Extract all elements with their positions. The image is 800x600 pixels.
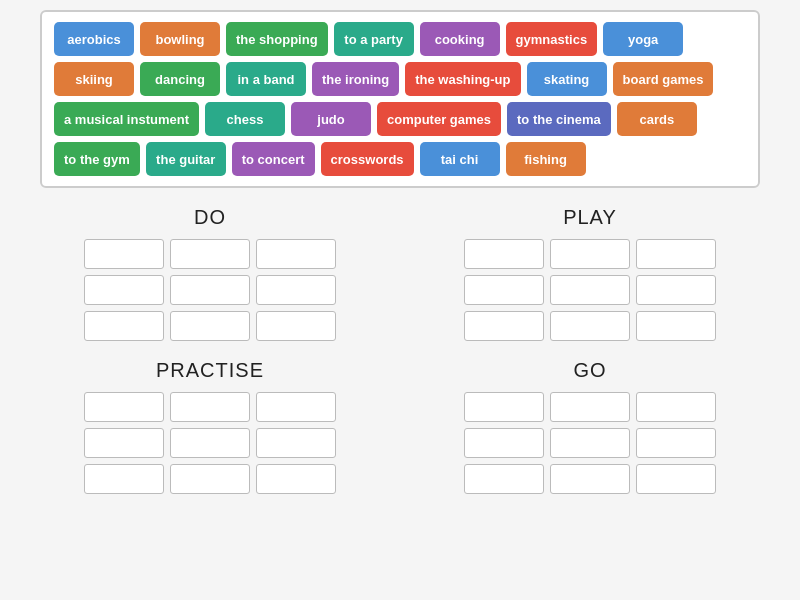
word-chip-to-the-cinema[interactable]: to the cinema bbox=[507, 102, 611, 136]
word-chip-board-games[interactable]: board games bbox=[613, 62, 714, 96]
drop-grid-practise bbox=[84, 392, 336, 494]
drop-cell-play-7[interactable] bbox=[550, 311, 630, 341]
drop-cell-go-1[interactable] bbox=[550, 392, 630, 422]
categories-grid: DOPLAYPRACTISEGO bbox=[40, 206, 760, 494]
word-chip-skiing[interactable]: skiing bbox=[54, 62, 134, 96]
drop-cell-play-8[interactable] bbox=[636, 311, 716, 341]
drop-cell-go-2[interactable] bbox=[636, 392, 716, 422]
category-title-play: PLAY bbox=[563, 206, 617, 229]
word-chip-aerobics[interactable]: aerobics bbox=[54, 22, 134, 56]
drop-cell-practise-2[interactable] bbox=[256, 392, 336, 422]
word-chip-fishing[interactable]: fishing bbox=[506, 142, 586, 176]
category-title-practise: PRACTISE bbox=[156, 359, 264, 382]
word-chip-the-ironing[interactable]: the ironing bbox=[312, 62, 399, 96]
drop-cell-practise-5[interactable] bbox=[256, 428, 336, 458]
drop-cell-play-3[interactable] bbox=[464, 275, 544, 305]
drop-cell-play-1[interactable] bbox=[550, 239, 630, 269]
drop-cell-do-6[interactable] bbox=[84, 311, 164, 341]
word-chip-bowling[interactable]: bowling bbox=[140, 22, 220, 56]
category-title-go: GO bbox=[573, 359, 606, 382]
word-bank: aerobicsbowlingthe shoppingto a partycoo… bbox=[40, 10, 760, 188]
word-chip-the-shopping[interactable]: the shopping bbox=[226, 22, 328, 56]
drop-cell-do-4[interactable] bbox=[170, 275, 250, 305]
drop-cell-practise-8[interactable] bbox=[256, 464, 336, 494]
word-chip-judo[interactable]: judo bbox=[291, 102, 371, 136]
word-chip-crosswords[interactable]: crosswords bbox=[321, 142, 414, 176]
drop-cell-go-6[interactable] bbox=[464, 464, 544, 494]
drop-cell-go-4[interactable] bbox=[550, 428, 630, 458]
drop-cell-play-2[interactable] bbox=[636, 239, 716, 269]
drop-cell-play-0[interactable] bbox=[464, 239, 544, 269]
word-chip-cards[interactable]: cards bbox=[617, 102, 697, 136]
drop-cell-practise-4[interactable] bbox=[170, 428, 250, 458]
word-chip-skating[interactable]: skating bbox=[527, 62, 607, 96]
drop-cell-practise-7[interactable] bbox=[170, 464, 250, 494]
drop-cell-play-6[interactable] bbox=[464, 311, 544, 341]
category-do: DO bbox=[40, 206, 380, 341]
word-chip-tai-chi[interactable]: tai chi bbox=[420, 142, 500, 176]
drop-cell-go-0[interactable] bbox=[464, 392, 544, 422]
drop-cell-play-5[interactable] bbox=[636, 275, 716, 305]
word-chip-a-musical-instrument[interactable]: a musical instument bbox=[54, 102, 199, 136]
category-go: GO bbox=[420, 359, 760, 494]
word-chip-to-a-party[interactable]: to a party bbox=[334, 22, 414, 56]
word-chip-cooking[interactable]: cooking bbox=[420, 22, 500, 56]
word-chip-to-the-gym[interactable]: to the gym bbox=[54, 142, 140, 176]
word-chip-in-a-band[interactable]: in a band bbox=[226, 62, 306, 96]
drop-cell-do-8[interactable] bbox=[256, 311, 336, 341]
category-play: PLAY bbox=[420, 206, 760, 341]
drop-cell-go-7[interactable] bbox=[550, 464, 630, 494]
drop-cell-practise-3[interactable] bbox=[84, 428, 164, 458]
drop-cell-go-3[interactable] bbox=[464, 428, 544, 458]
drop-grid-do bbox=[84, 239, 336, 341]
word-chip-the-guitar[interactable]: the guitar bbox=[146, 142, 226, 176]
drop-cell-practise-6[interactable] bbox=[84, 464, 164, 494]
word-chip-dancing[interactable]: dancing bbox=[140, 62, 220, 96]
drop-cell-do-2[interactable] bbox=[256, 239, 336, 269]
drop-cell-go-8[interactable] bbox=[636, 464, 716, 494]
drop-cell-play-4[interactable] bbox=[550, 275, 630, 305]
drop-cell-practise-1[interactable] bbox=[170, 392, 250, 422]
word-chip-chess[interactable]: chess bbox=[205, 102, 285, 136]
word-chip-computer-games[interactable]: computer games bbox=[377, 102, 501, 136]
category-title-do: DO bbox=[194, 206, 226, 229]
drop-grid-go bbox=[464, 392, 716, 494]
drop-cell-do-0[interactable] bbox=[84, 239, 164, 269]
drop-cell-do-5[interactable] bbox=[256, 275, 336, 305]
drop-cell-do-1[interactable] bbox=[170, 239, 250, 269]
drop-cell-do-3[interactable] bbox=[84, 275, 164, 305]
drop-grid-play bbox=[464, 239, 716, 341]
drop-cell-go-5[interactable] bbox=[636, 428, 716, 458]
word-chip-to-concert[interactable]: to concert bbox=[232, 142, 315, 176]
word-chip-yoga[interactable]: yoga bbox=[603, 22, 683, 56]
word-chip-the-washing-up[interactable]: the washing-up bbox=[405, 62, 520, 96]
drop-cell-do-7[interactable] bbox=[170, 311, 250, 341]
word-chip-gymnastics[interactable]: gymnastics bbox=[506, 22, 598, 56]
category-practise: PRACTISE bbox=[40, 359, 380, 494]
drop-cell-practise-0[interactable] bbox=[84, 392, 164, 422]
